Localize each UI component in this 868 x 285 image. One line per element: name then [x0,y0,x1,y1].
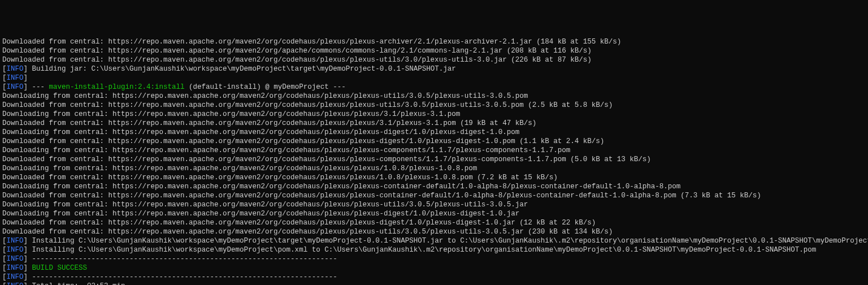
console-line: Downloaded from central: https://repo.ma… [2,46,866,55]
console-line: [INFO] Installing C:\Users\GunjanKaushik… [2,245,866,254]
console-line: [INFO] Installing C:\Users\GunjanKaushik… [2,236,866,245]
console-line: Downloading from central: https://repo.m… [2,200,866,209]
console-line: Downloading from central: https://repo.m… [2,209,866,218]
console-line: Downloaded from central: https://repo.ma… [2,119,866,128]
console-line: Downloaded from central: https://repo.ma… [2,137,866,146]
console-line: Downloaded from central: https://repo.ma… [2,155,866,164]
console-line: [INFO] Total time: 02:53 min [2,282,866,285]
console-line: [INFO] BUILD SUCCESS [2,264,866,273]
maven-plugin-name: maven-install-plugin:2.4:install [49,83,185,91]
console-line: Downloading from central: https://repo.m… [2,164,866,173]
console-output: Downloaded from central: https://repo.ma… [2,37,866,285]
console-line: Downloading from central: https://repo.m… [2,92,866,101]
console-line: Downloaded from central: https://repo.ma… [2,191,866,200]
console-line: Downloaded from central: https://repo.ma… [2,37,866,46]
console-line: Downloading from central: https://repo.m… [2,146,866,155]
console-line: Downloaded from central: https://repo.ma… [2,173,866,182]
console-line: [INFO] [2,74,866,83]
console-line: [INFO] ---------------------------------… [2,273,866,282]
build-success-message: BUILD SUCCESS [28,264,87,272]
console-line: [INFO] ---------------------------------… [2,254,866,264]
console-line: Downloaded from central: https://repo.ma… [2,227,866,236]
console-line: Downloading from central: https://repo.m… [2,128,866,137]
console-line: [INFO] Building jar: C:\Users\GunjanKaus… [2,64,866,74]
console-line: [INFO] --- maven-install-plugin:2.4:inst… [2,83,866,92]
console-line: Downloading from central: https://repo.m… [2,182,866,191]
console-line: Downloading from central: https://repo.m… [2,110,866,119]
console-line: Downloaded from central: https://repo.ma… [2,55,866,64]
console-line: Downloaded from central: https://repo.ma… [2,218,866,227]
console-line: Downloaded from central: https://repo.ma… [2,101,866,110]
